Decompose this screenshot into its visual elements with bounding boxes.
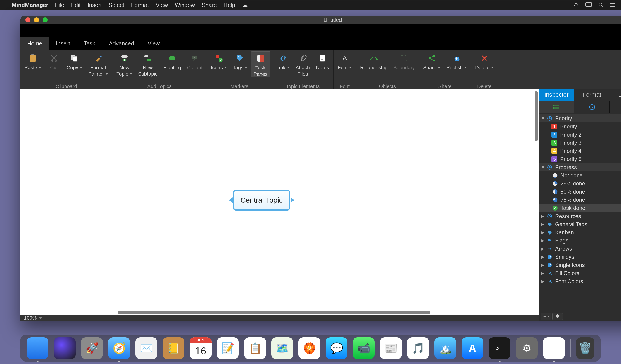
panel-tab-library[interactable]: Library: [610, 88, 621, 101]
tree-group[interactable]: Flags: [539, 237, 621, 245]
menu-help[interactable]: Help: [224, 2, 235, 8]
menu-extra-icon[interactable]: ☁︎: [242, 2, 248, 8]
dock-app-mindmanager[interactable]: M: [543, 337, 565, 359]
dock-app-contacts[interactable]: 📒: [163, 337, 184, 359]
tree-group[interactable]: Font Colors: [539, 277, 621, 285]
relationship-button[interactable]: Relationship: [358, 51, 390, 71]
format-painter-button[interactable]: Format Painter: [86, 51, 110, 77]
dock-app-siri[interactable]: [54, 337, 76, 359]
tags-button[interactable]: Tags: [231, 51, 250, 71]
share-button[interactable]: Share: [421, 51, 443, 71]
progress-item-label: 75% done: [561, 197, 585, 203]
menu-format[interactable]: Format: [131, 2, 149, 8]
priority-item[interactable]: 2Priority 2: [539, 131, 621, 139]
dock-app-tv[interactable]: 🏔️: [434, 337, 456, 359]
ribbon-tab-advanced[interactable]: Advanced: [102, 37, 141, 50]
tree-group[interactable]: General Tags: [539, 220, 621, 228]
svg-point-29: [553, 105, 554, 106]
link-button[interactable]: Link: [274, 51, 292, 71]
menu-view[interactable]: View: [156, 2, 168, 8]
panel-tab-format[interactable]: Format: [574, 88, 609, 101]
panel-settings-button[interactable]: ✱: [552, 313, 563, 320]
add-marker-button[interactable]: ＋▾: [541, 313, 551, 320]
progress-item-label: 50% done: [561, 189, 585, 195]
priority-badge-icon: 1: [552, 124, 557, 130]
progress-item[interactable]: Not done: [539, 171, 621, 180]
publish-button[interactable]: Publish: [444, 51, 469, 71]
dock-app-maps[interactable]: 🗺️: [271, 337, 293, 359]
tree-group[interactable]: Resources: [539, 212, 621, 220]
dock-app-mail[interactable]: ✉️: [136, 337, 157, 359]
tree-group[interactable]: Fill Colors: [539, 269, 621, 277]
dock-app-safari[interactable]: 🧭: [108, 337, 130, 359]
dock-app-appstore[interactable]: A: [462, 337, 483, 359]
dock-trash[interactable]: 🗑️: [576, 337, 594, 359]
menubar-display-icon[interactable]: [585, 2, 592, 8]
tree-group-priority[interactable]: Priority: [539, 114, 621, 122]
tree-group[interactable]: Smileys: [539, 253, 621, 261]
attach-files-button[interactable]: Attach Files: [293, 51, 312, 77]
task-panes-button[interactable]: Task Panes: [251, 51, 270, 77]
central-topic-node[interactable]: Central Topic: [233, 190, 290, 211]
dock-app-sysprefs[interactable]: ⚙︎: [516, 337, 538, 359]
menu-select[interactable]: Select: [108, 2, 124, 8]
icons-button[interactable]: 1 Icons: [208, 51, 229, 71]
dock-app-notes[interactable]: 📝: [217, 337, 239, 359]
menu-file[interactable]: File: [55, 2, 64, 8]
canvas-vertical-scrollbar[interactable]: [534, 91, 538, 297]
mindmap-canvas[interactable]: Central Topic: [20, 88, 538, 315]
dock-app-music[interactable]: 🎵: [407, 337, 429, 359]
ribbon-tab-task[interactable]: Task: [77, 37, 102, 50]
delete-button[interactable]: Delete: [473, 51, 496, 71]
font-button[interactable]: A Font: [335, 51, 354, 71]
dock-app-photos[interactable]: 🏵️: [298, 337, 320, 359]
dock-app-facetime[interactable]: 📹: [353, 337, 375, 359]
close-window-button[interactable]: [25, 17, 30, 22]
dock-app-terminal[interactable]: >_: [489, 337, 511, 359]
progress-item[interactable]: 75% done: [539, 196, 621, 204]
inspector-mode-link-icon[interactable]: [610, 101, 621, 113]
inspector-mode-task-icon[interactable]: [574, 101, 610, 113]
priority-item[interactable]: 5Priority 5: [539, 155, 621, 163]
dock-app-news[interactable]: 📰: [380, 337, 402, 359]
dock-app-finder[interactable]: [27, 337, 49, 359]
tree-group-progress[interactable]: Progress: [539, 163, 621, 171]
inspector-mode-markers-icon[interactable]: [539, 101, 574, 113]
priority-item[interactable]: 4Priority 4: [539, 147, 621, 155]
tree-group[interactable]: Single Icons: [539, 261, 621, 269]
zoom-level-dropdown[interactable]: 100%: [24, 315, 42, 321]
dock-app-launchpad[interactable]: 🚀: [81, 337, 103, 359]
copy-button[interactable]: Copy: [64, 51, 85, 71]
ribbon-tab-home[interactable]: Home: [20, 37, 49, 50]
progress-item[interactable]: Task done: [539, 204, 621, 212]
priority-item[interactable]: 1Priority 1: [539, 122, 621, 131]
tree-group[interactable]: Kanban: [539, 228, 621, 237]
dock-app-reminders[interactable]: 📋: [244, 337, 266, 359]
progress-item[interactable]: 50% done: [539, 188, 621, 196]
menu-share[interactable]: Share: [202, 2, 217, 8]
ribbon-tab-view[interactable]: View: [141, 37, 167, 50]
notes-button[interactable]: Notes: [313, 51, 331, 71]
menu-insert[interactable]: Insert: [88, 2, 102, 8]
tree-group[interactable]: Arrows: [539, 245, 621, 253]
progress-item[interactable]: 25% done: [539, 180, 621, 188]
minimize-window-button[interactable]: [34, 17, 39, 22]
zoom-window-button[interactable]: [43, 17, 48, 22]
menu-edit[interactable]: Edit: [71, 2, 81, 8]
canvas-horizontal-scrollbar[interactable]: [118, 310, 471, 315]
menu-window[interactable]: Window: [175, 2, 195, 8]
priority-item[interactable]: 3Priority 3: [539, 139, 621, 147]
dock-app-messages[interactable]: 💬: [326, 337, 347, 359]
panel-tab-inspector[interactable]: Inspector: [539, 88, 574, 101]
floating-button[interactable]: Floating: [161, 51, 183, 71]
dock-app-calendar[interactable]: JUN16: [190, 337, 211, 359]
new-topic-button[interactable]: New Topic: [114, 51, 134, 77]
new-subtopic-button[interactable]: New Subtopic: [136, 51, 160, 77]
ribbon-tab-insert[interactable]: Insert: [49, 37, 77, 50]
menubar-spotlight-icon[interactable]: [598, 2, 604, 8]
menubar-siri-icon[interactable]: [610, 2, 616, 7]
tree-group-label: General Tags: [555, 221, 587, 228]
menubar-updates-icon[interactable]: [573, 2, 579, 8]
paste-button[interactable]: Paste: [22, 51, 43, 71]
menubar-app-name[interactable]: MindManager: [12, 2, 48, 8]
